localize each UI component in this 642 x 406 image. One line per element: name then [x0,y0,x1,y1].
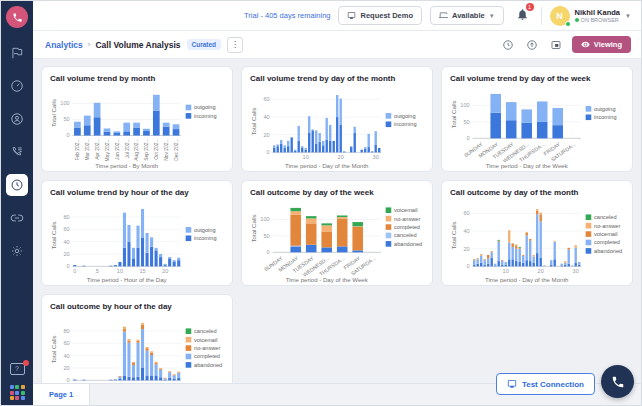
svg-text:Total Calls: Total Calls [450,100,457,128]
page-tab-1[interactable]: Page 1 [33,384,90,405]
svg-text:30: 30 [373,154,379,160]
svg-text:Time period - Day of the Week: Time period - Day of the Week [286,276,369,283]
svg-text:Jun 202...: Jun 202... [115,138,120,160]
page-header-bar: Analytics › Call Volume Analysis Curated… [33,31,641,59]
svg-text:outgoing: outgoing [594,106,616,112]
svg-text:Dec 202...: Dec 202... [174,138,179,161]
svg-text:80: 80 [63,328,69,334]
breadcrumb-separator: › [88,40,91,49]
svg-text:60: 60 [63,226,69,232]
bar-chart-volume-by-hour[interactable]: 02040608005101520Time period - Hour of t… [50,199,224,283]
svg-text:no-answer: no-answer [594,223,620,229]
bar-chart-outcome-by-day-of-month[interactable]: 0204060102030Time period - Day of the Mo… [450,199,624,283]
sidebar-item-dashboard[interactable] [6,75,28,97]
svg-text:0: 0 [67,263,70,269]
sidebar-item-getting-started[interactable] [6,42,28,64]
chart-title: Call outcome by day of the month [450,188,624,197]
bar-chart-volume-by-day-of-month[interactable]: 0204060102030Time period - Day of the Mo… [250,85,424,169]
user-menu[interactable]: N Nikhil Kanda ON BROWSER ▼ [550,6,631,26]
app-window: ? Trial - 405 days remaining Request Dem… [0,0,642,406]
svg-text:abandoned: abandoned [194,362,222,368]
request-demo-button[interactable]: Request Demo [338,6,422,25]
svg-text:incoming: incoming [394,121,416,127]
more-options-button[interactable]: ⋮ [227,37,243,53]
svg-text:Time period - Day of the Month: Time period - Day of the Month [485,276,569,283]
sidebar-item-call-logs[interactable] [6,141,28,163]
help-chat-button[interactable]: ? [10,363,25,375]
bar-chart-outcome-by-day-of-week[interactable]: 050100SUNDAYMONDAYTUESDAYWEDNESD...THURS… [250,199,424,283]
svg-text:100: 100 [60,100,69,106]
chart-title: Call volume trend by day of the month [250,74,424,83]
viewing-button[interactable]: Viewing [572,36,631,53]
svg-text:10: 10 [117,268,123,274]
svg-text:0: 0 [467,263,470,269]
call-log-icon [10,145,24,159]
chart-card-volume-by-day-of-month: Call volume trend by day of the month 02… [241,66,433,172]
contact-icon [10,112,24,126]
breadcrumb[interactable]: Analytics [45,40,83,50]
svg-text:Jul 202...: Jul 202... [125,138,130,158]
sidebar-item-settings[interactable] [6,240,28,262]
svg-text:0: 0 [267,149,270,155]
svg-text:20: 20 [63,365,69,371]
svg-text:15: 15 [139,268,145,274]
picture-in-picture-icon [550,39,562,51]
bar-chart-volume-by-day-of-week[interactable]: 050100SUNDAYMONDAYTUESDAYWEDNESD...THURS… [450,85,624,169]
svg-text:abandoned: abandoned [394,241,422,247]
schedule-button[interactable] [500,37,516,53]
svg-text:30: 30 [573,268,579,274]
svg-text:voicemail: voicemail [194,337,217,343]
svg-text:20: 20 [162,268,168,274]
sidebar-item-contacts[interactable] [6,108,28,130]
trial-link[interactable]: Trial - 405 days remaining [244,11,330,20]
test-connection-button[interactable]: Test Connection [496,373,595,395]
svg-text:60: 60 [463,210,469,216]
connection-icon [507,379,517,389]
svg-text:no-answer: no-answer [194,345,220,351]
svg-text:60: 60 [263,96,269,102]
chart-title: Call volume trend by hour of the day [50,188,224,197]
svg-text:Time period - Day of the Month: Time period - Day of the Month [285,162,369,169]
svg-text:Nov 202...: Nov 202... [164,138,169,161]
svg-text:outgoing: outgoing [394,113,416,119]
bar-chart-volume-by-month[interactable]: 050100Feb 202...Mar 202...Apr 202...May … [50,85,224,169]
svg-text:10: 10 [303,154,309,160]
sidebar: ? [1,1,33,405]
svg-text:Time period - By Month: Time period - By Month [95,162,158,169]
apps-launcher-icon[interactable] [10,385,25,400]
chart-title: Call volume trend by month [50,74,224,83]
svg-text:voicemail: voicemail [394,207,417,213]
availability-dropdown[interactable]: Available ▼ [430,6,504,25]
svg-text:100: 100 [460,102,469,108]
chevron-down-icon: ▼ [489,13,495,19]
laptop-icon [439,11,448,20]
chart-card-outcome-by-day-of-month: Call outcome by day of the month 0204060… [441,180,633,286]
svg-text:Total Calls: Total Calls [50,221,57,249]
svg-text:60: 60 [63,340,69,346]
svg-text:20: 20 [338,154,344,160]
svg-text:Feb 202...: Feb 202... [75,138,80,160]
svg-text:20: 20 [263,132,269,138]
sidebar-item-analytics[interactable] [6,174,28,196]
svg-text:50: 50 [263,233,269,239]
chevron-down-icon: ▼ [625,13,631,19]
curated-badge: Curated [187,39,222,50]
svg-text:50: 50 [63,116,69,122]
dialer-fab[interactable] [601,365,634,398]
sidebar-item-integrations[interactable] [6,207,28,229]
top-bar: Trial - 405 days remaining Request Demo … [33,1,641,31]
svg-text:canceled: canceled [194,328,216,334]
svg-text:0: 0 [467,135,470,141]
expand-button[interactable] [548,37,564,53]
svg-text:Time period - Day of the Week: Time period - Day of the Week [486,162,569,169]
export-button[interactable] [524,37,540,53]
app-logo[interactable] [6,6,28,28]
avatar: N [550,6,570,26]
svg-text:40: 40 [63,239,69,245]
notifications-button[interactable]: 1 [512,5,533,27]
eye-icon [581,40,590,49]
user-status: ON BROWSER [575,17,620,23]
svg-text:40: 40 [463,228,469,234]
svg-text:Total Calls: Total Calls [250,107,257,135]
dashboard-content: Call volume trend by month 050100Feb 202… [33,59,641,405]
